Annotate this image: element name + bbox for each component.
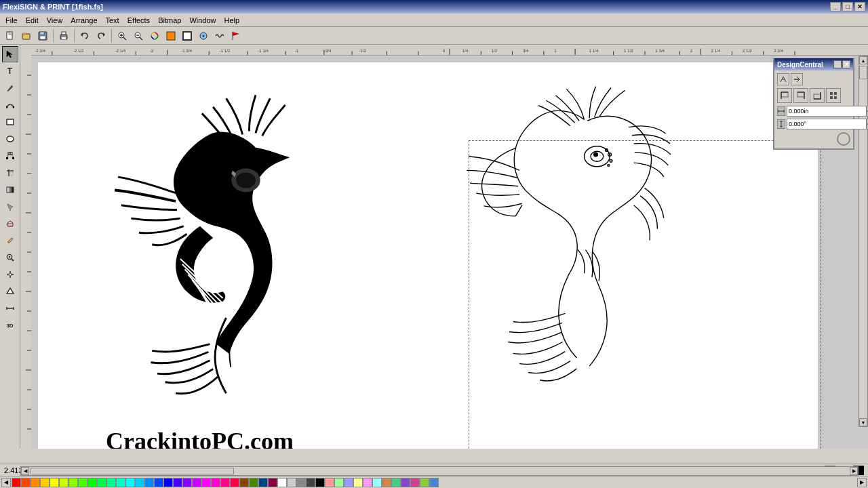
text-tool[interactable]: T [2, 63, 18, 79]
color-20[interactable] [258, 478, 268, 487]
rectangle-tool[interactable] [2, 114, 18, 130]
color-23[interactable] [334, 478, 344, 487]
dc-close-button[interactable]: ✕ [842, 60, 850, 68]
fill-button[interactable] [163, 28, 178, 43]
node-tool[interactable] [2, 148, 18, 164]
color-12[interactable] [154, 478, 163, 487]
dc-circle-button[interactable] [837, 132, 850, 146]
open-button[interactable] [19, 28, 34, 43]
color-scroll-left[interactable]: ◀ [1, 478, 11, 487]
new-button[interactable] [3, 28, 18, 43]
color-14[interactable] [182, 478, 192, 487]
color-4[interactable] [59, 478, 68, 487]
measure-tool[interactable] [2, 300, 18, 317]
stroke-button[interactable] [180, 28, 195, 43]
crop-tool[interactable] [2, 165, 18, 181]
color-5[interactable] [68, 478, 78, 487]
minimize-button[interactable]: _ [830, 2, 841, 12]
menu-text[interactable]: Text [102, 15, 123, 26]
print-button[interactable] [56, 28, 71, 43]
color-7[interactable] [97, 478, 106, 487]
zoom-tool[interactable] [2, 249, 18, 266]
menu-bitmap[interactable]: Bitmap [154, 15, 185, 26]
undo-button[interactable] [77, 28, 92, 43]
scroll-down-button[interactable]: ▼ [859, 418, 867, 426]
eyedropper-tool[interactable] [2, 232, 18, 249]
scroll-right-button[interactable]: ▶ [850, 467, 858, 475]
wave-button[interactable] [212, 28, 227, 43]
redo-button[interactable] [94, 28, 108, 43]
color-32[interactable] [420, 478, 429, 487]
color-lightgray[interactable] [287, 478, 296, 487]
vinyl-button[interactable] [196, 28, 211, 43]
close-button[interactable]: ✕ [854, 2, 865, 12]
dc-tool-1[interactable] [777, 73, 789, 85]
pen-tool[interactable] [2, 80, 18, 96]
color-21[interactable] [268, 478, 277, 487]
color-6[interactable] [78, 478, 87, 487]
color-3[interactable] [40, 478, 50, 487]
eraser-tool[interactable] [2, 216, 18, 232]
dc-width-input[interactable] [787, 106, 867, 117]
color-19[interactable] [249, 478, 258, 487]
dc-align-tl[interactable] [777, 88, 792, 103]
color-red[interactable] [12, 478, 21, 487]
menu-effects[interactable]: Effects [123, 15, 154, 26]
menu-window[interactable]: Window [185, 15, 220, 26]
ellipse-tool[interactable] [2, 131, 18, 147]
gradient-tool[interactable] [2, 182, 18, 198]
dc-height-input[interactable] [787, 119, 867, 129]
color-brown[interactable] [239, 478, 249, 487]
color-blue[interactable] [163, 478, 173, 487]
color-white[interactable] [277, 478, 287, 487]
zoom-in-button[interactable] [115, 28, 130, 43]
color-30[interactable] [401, 478, 410, 487]
color-18[interactable] [230, 478, 239, 487]
horizontal-scrollbar[interactable]: ◀ ▶ [20, 466, 859, 476]
color-8[interactable] [106, 478, 116, 487]
color-yellow[interactable] [50, 478, 59, 487]
canvas[interactable]: CrackintoPC.com [31, 56, 868, 449]
menu-help[interactable]: Help [220, 15, 244, 26]
color-gray[interactable] [296, 478, 306, 487]
shape-tool[interactable] [2, 283, 18, 300]
color-10[interactable] [135, 478, 144, 487]
zoom-out-button[interactable] [131, 28, 146, 43]
color-9[interactable] [116, 478, 125, 487]
menu-file[interactable]: File [1, 15, 22, 26]
knife-tool[interactable] [2, 199, 18, 215]
color-15[interactable] [192, 478, 201, 487]
color-11[interactable] [144, 478, 154, 487]
bezier-tool[interactable] [2, 97, 18, 113]
pan-tool[interactable] [2, 266, 18, 283]
color-25[interactable] [353, 478, 363, 487]
menu-edit[interactable]: Edit [22, 15, 43, 26]
color-cyan[interactable] [125, 478, 135, 487]
color-1[interactable] [21, 478, 31, 487]
dc-align-tr[interactable] [793, 88, 808, 103]
color-29[interactable] [391, 478, 401, 487]
maximize-button[interactable]: □ [842, 2, 853, 12]
dc-minimize-button[interactable]: _ [833, 60, 842, 68]
color-27[interactable] [372, 478, 382, 487]
color-16[interactable] [211, 478, 220, 487]
dc-tool-2[interactable] [791, 73, 803, 85]
color-13[interactable] [173, 478, 182, 487]
color-24[interactable] [344, 478, 353, 487]
scroll-left-button[interactable]: ◀ [21, 467, 29, 475]
color-22[interactable] [325, 478, 334, 487]
scroll-up-button[interactable]: ▲ [859, 56, 867, 64]
color-17[interactable] [220, 478, 230, 487]
color-2[interactable] [31, 478, 40, 487]
color-palette-button[interactable] [147, 28, 162, 43]
color-33[interactable] [429, 478, 439, 487]
select-tool[interactable] [2, 46, 18, 62]
scroll-thumb-horizontal[interactable] [31, 468, 234, 474]
flag-button[interactable] [229, 28, 243, 43]
color-black[interactable] [315, 478, 325, 487]
color-scroll-right[interactable]: ▶ [857, 478, 867, 487]
color-darkgray[interactable] [306, 478, 315, 487]
dc-align-grid[interactable] [826, 88, 841, 103]
menu-view[interactable]: View [43, 15, 67, 26]
color-26[interactable] [363, 478, 372, 487]
